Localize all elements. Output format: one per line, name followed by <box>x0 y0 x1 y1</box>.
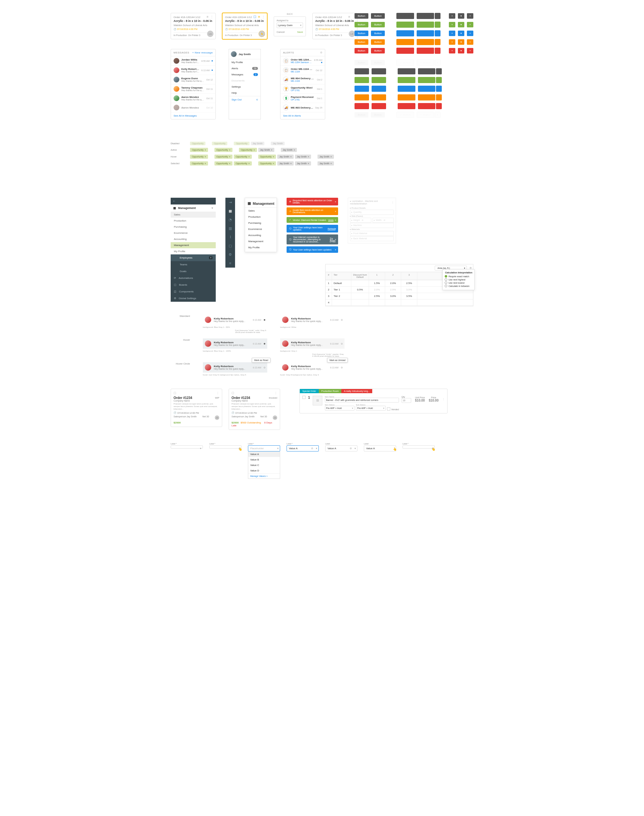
button-btn-red[interactable]: Button <box>372 103 386 109</box>
expand-icon[interactable]: ⇥ <box>229 200 232 204</box>
add-button[interactable]: + <box>449 48 455 54</box>
manage-link[interactable]: Manage Values > <box>248 473 280 479</box>
dropdown-input[interactable]: ▾ <box>171 445 203 449</box>
message-item[interactable]: Kelly RobertsonHey thanks for the quick … <box>203 314 267 325</box>
dropdown-input[interactable]: ▾ <box>209 445 241 449</box>
read-dot[interactable] <box>341 319 343 321</box>
button-btn-dark[interactable]: ✓ Button <box>417 13 434 19</box>
sidebar-item-automations[interactable]: ⟳Automations <box>171 275 216 281</box>
button-btn-dark[interactable]: Button <box>372 68 386 74</box>
dropdown-input[interactable]: Value A <box>364 445 396 451</box>
close-icon[interactable]: × <box>335 201 336 203</box>
button-btn-blue[interactable]: Button <box>372 86 386 92</box>
button-btn-red[interactable]: ✓ Button <box>417 48 434 54</box>
dropdown-input[interactable]: ▾ <box>403 445 435 449</box>
button-btn-blue[interactable]: Button <box>371 31 385 36</box>
tag-person[interactable]: Jay Smith <box>251 142 265 145</box>
tag-opportunity[interactable]: Opportunity × <box>215 155 233 159</box>
dropdown-option[interactable]: Value D <box>248 468 280 473</box>
button-btn-blue[interactable]: Button <box>354 86 369 92</box>
tag-person[interactable]: Jay Smith <box>271 142 285 145</box>
alert-item[interactable]: 🚚 ME-904 Delivery Confir...ME-1104 Oct 2 <box>281 75 325 84</box>
dropdown-option[interactable]: Value A <box>248 451 280 457</box>
unread-dot[interactable] <box>264 319 265 321</box>
message-item[interactable]: Aaron MendezHey thanks for the quick rep… <box>171 94 215 103</box>
button-btn-green[interactable]: ✓ Button <box>398 77 415 83</box>
dropdown-button[interactable]: ▾ <box>458 31 464 36</box>
assignee-avatar[interactable]: LS <box>349 31 355 37</box>
table-cell[interactable]: Tier 1 <box>332 287 351 293</box>
tag-person[interactable]: Jay Smith × <box>281 148 297 152</box>
box-icon[interactable]: ▢ <box>228 244 232 248</box>
dropdown-button[interactable]: ▾ <box>435 48 440 54</box>
dropdown-button[interactable]: ▾ <box>436 77 442 83</box>
button-btn-blue[interactable]: ✓ Button <box>418 86 435 92</box>
dropdown-button[interactable]: ▾ <box>458 48 464 54</box>
close-icon[interactable]: × <box>335 219 336 221</box>
button-btn-blue[interactable]: Button <box>354 31 368 36</box>
tag-opportunity[interactable]: Opportunity × <box>258 155 276 159</box>
table-cell[interactable]: 3.5% <box>401 293 417 299</box>
tab-production[interactable]: Production Room <box>319 389 341 393</box>
dropdown-button[interactable]: ▾ <box>436 94 442 100</box>
assignee-avatar[interactable]: LG <box>207 31 213 37</box>
unread-dot[interactable] <box>264 367 265 368</box>
see-all-link[interactable]: See All in Alerts <box>281 112 325 119</box>
sliders-icon[interactable]: ≡ <box>229 261 231 265</box>
alert-item[interactable]: 🏆 Opportunity Won!OP-1781 Oct 1 <box>281 84 325 94</box>
button-btn-red[interactable]: ✓ Button <box>418 103 435 109</box>
more-icon[interactable]: ⋮ <box>210 15 213 19</box>
add-button[interactable]: + <box>467 13 473 19</box>
tag-opportunity[interactable]: Opportunity <box>212 142 227 145</box>
qty-input[interactable]: 10 <box>402 398 411 403</box>
button-btn-light[interactable]: Button <box>354 60 368 65</box>
more-icon[interactable]: ⋮ <box>216 391 219 395</box>
button-btn-light[interactable]: Button <box>371 60 385 65</box>
button-btn-red[interactable]: ✓ Button <box>396 48 414 54</box>
dropdown-button[interactable]: ▾ <box>435 60 440 66</box>
button-btn-orange[interactable]: ✓ Button <box>396 39 414 45</box>
checkbox-icon[interactable]: ☐ <box>253 15 256 19</box>
more-icon[interactable]: ⋮ <box>274 391 277 395</box>
add-button[interactable]: + <box>467 48 473 54</box>
status-select[interactable]: Pre-WIP > Hold ▾ <box>325 406 355 411</box>
button-btn-orange[interactable]: ✓ Button <box>417 39 434 45</box>
tag-opportunity[interactable]: Opportunity × <box>215 161 233 166</box>
table-cell[interactable] <box>351 299 369 305</box>
menu-item-documents[interactable]: Documents <box>229 78 261 84</box>
button-btn-orange[interactable]: Button <box>371 39 385 45</box>
radio-option[interactable]: Require exact match <box>445 275 472 278</box>
message-item[interactable]: Kelly RobertsonHey thanks for the quick … <box>280 314 345 325</box>
button-btn-red[interactable]: Button <box>354 103 369 109</box>
message-item[interactable]: Tammy ChapmanHey thanks for the quick re… <box>171 84 215 94</box>
signout-link[interactable]: Sign Out <box>232 98 241 101</box>
sidebar-item-my profile[interactable]: My Profile <box>171 248 216 255</box>
signout-icon[interactable]: ⎋ <box>256 98 258 101</box>
table-cell[interactable] <box>401 299 417 305</box>
dropdown-button[interactable]: ▾ <box>436 103 442 109</box>
dropdown-input[interactable]: Value A ⊘ ▾ <box>287 445 319 451</box>
flyout-item-sales[interactable]: Sales <box>245 208 277 214</box>
tag-opportunity[interactable]: Opportunity × <box>215 148 233 152</box>
unread-dot[interactable] <box>264 343 265 345</box>
tag-person[interactable]: Jay Smith × <box>258 148 274 152</box>
clear-icon[interactable]: ⊘ <box>350 447 352 450</box>
alert-item[interactable]: 📋 Order ME-1204 VoidedME-1204 Samson Rea… <box>281 56 325 66</box>
sidebar-item-ecommerce[interactable]: Ecommerce <box>171 230 216 236</box>
button-btn-green[interactable]: ✓ Button <box>417 21 434 28</box>
table-cell[interactable] <box>351 293 369 299</box>
item-image[interactable]: 🖼 <box>313 396 322 405</box>
table-cell[interactable] <box>332 299 351 305</box>
tab-special[interactable]: Special Order <box>300 389 319 393</box>
close-icon[interactable]: × <box>335 248 336 251</box>
more-icon[interactable]: ⋮ <box>262 15 265 19</box>
tag-person[interactable]: Jay Smith × <box>317 155 334 159</box>
button-btn-red[interactable]: Button <box>354 48 368 54</box>
table-cell[interactable]: 2.5% <box>401 280 417 286</box>
dropdown-button[interactable]: ▾ <box>458 39 464 45</box>
radio-option[interactable]: Use next lowest <box>445 281 472 284</box>
add-button[interactable]: + <box>467 22 473 28</box>
add-button[interactable]: + <box>449 39 455 45</box>
order-card[interactable]: ☀⋮ Order #18-120144 1/12 Acrylic - 8 in … <box>171 13 216 39</box>
menu-item-my-profile[interactable]: My Profile <box>229 59 261 65</box>
